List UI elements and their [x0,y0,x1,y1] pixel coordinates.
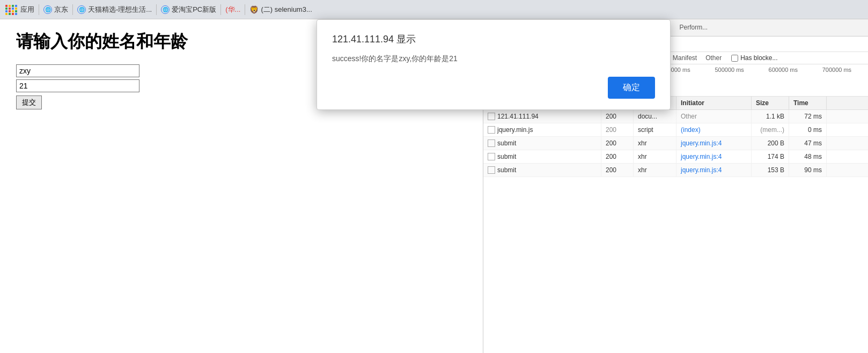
file-icon-2 [488,126,495,134]
cell-name-5: submit [483,164,601,176]
col-time: Time [789,97,827,109]
cell-size-2: (mem...) [752,123,789,136]
nav-item-tmall[interactable]: 🌐 天猫精选-理想生活... [77,5,152,14]
nav-item-apps[interactable]: 应用 [20,5,34,14]
bookmarks-bar: 应用 🌐 京东 🌐 天猫精选-理想生活... 🌐 爱淘宝PC新版 (华... 🦁… [0,0,868,19]
file-icon-3 [488,139,495,147]
initiator-link-4[interactable]: jquery.min.js:4 [681,153,722,160]
table-row[interactable]: jquery.min.js 200 script (index) (mem...… [483,123,868,137]
name-input[interactable] [16,64,139,77]
cell-name-4: submit [483,150,601,163]
initiator-link-2[interactable]: (index) [681,126,701,134]
table-row[interactable]: submit 200 xhr jquery.min.js:4 153 B 90 … [483,164,868,177]
globe-icon-taobao: 🌐 [161,5,170,14]
cell-initiator-3: jquery.min.js:4 [676,137,752,150]
cell-initiator-5: jquery.min.js:4 [676,164,752,176]
cell-status-5: 200 [601,164,634,176]
col-initiator: Initiator [676,97,752,109]
main-area: 请输入你的姓名和年龄 提交 121.41.111.94 显示 success!你… [0,19,868,353]
alert-title: 121.41.111.94 显示 [332,33,655,46]
cell-name-1: 121.41.111.94 [483,110,601,123]
alert-message: success!你的名字是zxy,你的年龄是21 [332,54,655,64]
table-row[interactable]: submit 200 xhr jquery.min.js:4 200 B 47 … [483,137,868,150]
cell-type-2: script [634,123,676,136]
alert-dialog: 121.41.111.94 显示 success!你的名字是zxy,你的年龄是2… [317,19,671,110]
timeline-label-5: 500000 ms [715,67,744,73]
cell-size-5: 153 B [752,164,789,176]
has-blocked-checkbox[interactable] [731,55,738,62]
alert-ok-button[interactable]: 确定 [608,77,655,99]
has-blocked-label[interactable]: Has blocke... [731,54,777,62]
timeline-label-6: 600000 ms [769,67,798,73]
cell-initiator-1: Other [676,110,752,123]
nav-separator-4 [220,4,221,15]
cell-size-4: 174 B [752,150,789,163]
cell-time-2: 0 ms [789,123,827,136]
network-table: Name Status Type Initiator Size Time 121… [483,97,868,353]
nav-item-taobao[interactable]: 🌐 爱淘宝PC新版 [161,5,216,14]
cell-name-2: jquery.min.js [483,123,601,136]
nav-separator [39,4,39,15]
nav-item-selenium[interactable]: 🦁 (二) selenium3... [249,5,312,14]
nav-item-jd[interactable]: 🌐 京东 [43,5,68,14]
cell-time-1: 72 ms [789,110,827,123]
filter-manifest[interactable]: Manifest [670,53,700,63]
globe-icon-jd: 🌐 [43,5,52,14]
globe-icon-tmall: 🌐 [77,5,86,14]
col-size: Size [752,97,789,109]
cell-initiator-2: (index) [676,123,752,136]
tab-performance[interactable]: Perform... [673,19,714,36]
cell-time-4: 48 ms [789,150,827,163]
nav-separator-5 [245,4,245,15]
file-icon-5 [488,166,495,174]
cell-name-3: submit [483,137,601,150]
cell-time-3: 47 ms [789,137,827,150]
filter-other[interactable]: Other [702,53,725,63]
cell-time-5: 90 ms [789,164,827,176]
initiator-link-3[interactable]: jquery.min.js:4 [681,139,722,147]
apps-icon[interactable] [4,4,16,16]
table-row[interactable]: 121.41.111.94 200 docu... Other 1.1 kB 7… [483,110,868,123]
cell-type-4: xhr [634,150,676,163]
nav-item-hua[interactable]: (华... [225,5,240,14]
file-icon-4 [488,153,495,160]
age-input[interactable] [16,79,139,92]
cell-status-2: 200 [601,123,634,136]
initiator-link-5[interactable]: jquery.min.js:4 [681,166,722,174]
cell-size-1: 1.1 kB [752,110,789,123]
page-content: 请输入你的姓名和年龄 提交 121.41.111.94 显示 success!你… [0,19,483,353]
cell-type-1: docu... [634,110,676,123]
cell-type-5: xhr [634,164,676,176]
file-icon-1 [488,113,495,120]
cell-size-3: 200 B [752,137,789,150]
red-icon: 🦁 [249,5,259,14]
cell-status-1: 200 [601,110,634,123]
table-row[interactable]: submit 200 xhr jquery.min.js:4 174 B 48 … [483,150,868,164]
cell-status-3: 200 [601,137,634,150]
cell-status-4: 200 [601,150,634,163]
submit-button[interactable]: 提交 [16,95,42,109]
cell-initiator-4: jquery.min.js:4 [676,150,752,163]
nav-separator-3 [156,4,157,15]
timeline-label-7: 700000 ms [822,67,851,73]
cell-type-3: xhr [634,137,676,150]
nav-separator-2 [72,4,73,15]
